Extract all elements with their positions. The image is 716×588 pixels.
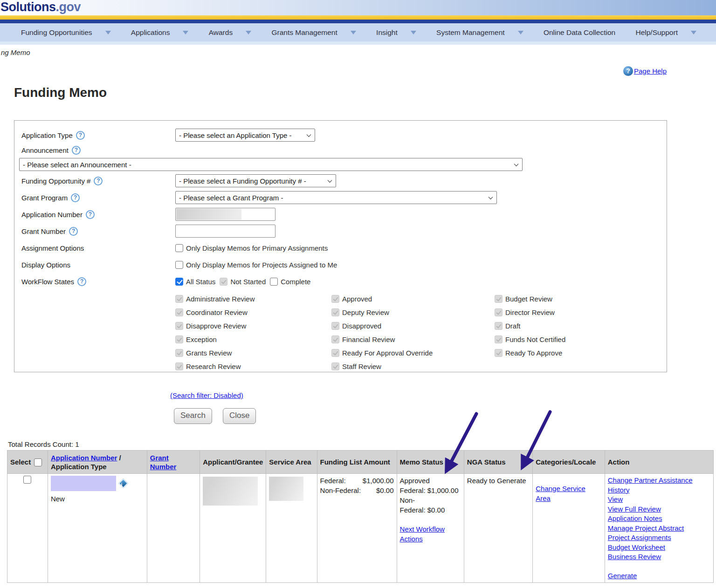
- application-number-label: Application Number ?: [21, 210, 175, 219]
- workflow-state-option: Grants Review: [175, 346, 255, 360]
- search-button[interactable]: Search: [174, 408, 212, 424]
- gold-stripe: [0, 15, 716, 20]
- funding-opportunity-select-wrap: - Please select a Funding Opportunity # …: [175, 174, 336, 187]
- redacted-applicant: [203, 477, 258, 506]
- nav-item-online-data-collection[interactable]: Online Data Collection: [544, 28, 615, 37]
- select-all-checkbox[interactable]: [34, 458, 42, 466]
- sort-application-number-link[interactable]: Application Number: [51, 454, 117, 462]
- navy-stripe: [0, 20, 716, 23]
- sort-grant-number-link[interactable]: Grant Number: [150, 454, 177, 471]
- change-service-area-link[interactable]: Change Service Area: [536, 484, 592, 503]
- help-icon[interactable]: ?: [94, 177, 103, 185]
- application-type-label: Application Type ?: [21, 131, 175, 140]
- help-icon[interactable]: ?: [72, 146, 81, 155]
- workflow-state-option: Director Review: [495, 306, 565, 319]
- primary-assignments-option: Only Display Memos for Primary Assignmen…: [175, 244, 328, 252]
- info-diamond-icon[interactable]: [118, 479, 128, 488]
- disabled-checked-checkbox: [175, 349, 183, 357]
- page-help[interactable]: ? Page Help: [623, 66, 667, 76]
- col-header-nga-status: NGA Status: [464, 451, 532, 474]
- nav-item-insight[interactable]: Insight: [376, 28, 416, 37]
- cell-funding-list-amount: Federal: $1,000.00 Non-Federal: $0.00: [317, 474, 397, 583]
- all-status-checkbox[interactable]: [175, 278, 183, 286]
- announcement-select-wrap: - Please select an Announcement -: [19, 158, 523, 171]
- change-partner-assistance-link[interactable]: Change Partner Assistance: [608, 476, 710, 485]
- workflow-states-row: WorkFlow States ? All Status Not Started…: [21, 273, 667, 290]
- row-select-checkbox[interactable]: [23, 476, 31, 484]
- nav-item-funding-opportunities[interactable]: Funding Opportunities: [21, 28, 111, 37]
- help-icon[interactable]: ?: [76, 131, 85, 140]
- chevron-down-icon: [246, 31, 251, 34]
- application-type-row: Application Type ? - Please select an Ap…: [21, 127, 667, 144]
- grant-program-row: Grant Program ? - Please select a Grant …: [21, 189, 667, 206]
- workflow-state-option: Exception: [175, 333, 255, 346]
- cell-applicant-grantee: [200, 474, 266, 583]
- nav-item-applications[interactable]: Applications: [131, 28, 189, 37]
- nav-item-system-management[interactable]: System Management: [436, 28, 523, 37]
- logo-suffix: .gov: [56, 0, 81, 14]
- cell-select: [7, 474, 48, 583]
- col-header-service-area: Service Area: [266, 451, 317, 474]
- announcement-label-row: Announcement ?: [21, 144, 667, 157]
- cell-memo-status: Approved Federal: $1,000.00 Non- Federal…: [397, 474, 464, 583]
- main-nav: Funding Opportunities Applications Award…: [0, 23, 716, 41]
- budget-worksheet-link[interactable]: Budget Worksheet: [608, 543, 710, 553]
- chevron-down-icon: [691, 31, 696, 34]
- col-header-funding-list-amount: Funding List Amount: [317, 451, 397, 474]
- workflow-state-option: Disapprove Review: [175, 319, 255, 333]
- close-button[interactable]: Close: [223, 408, 256, 424]
- application-type-select-wrap: - Please select an Application Type -: [175, 129, 315, 142]
- help-icon[interactable]: ?: [71, 193, 80, 202]
- primary-assignments-checkbox[interactable]: [175, 244, 183, 252]
- announcement-label: Announcement ?: [21, 146, 175, 155]
- workflow-col-2: Approved Deputy Review Disapproved Finan…: [331, 292, 433, 373]
- navbar-sub-strip: [0, 41, 716, 45]
- project-assignments-link[interactable]: Project Assignments: [608, 533, 710, 543]
- complete-checkbox[interactable]: [270, 278, 278, 286]
- funding-opportunity-row: Funding Opportunity # ? - Please select …: [21, 172, 667, 189]
- redacted-service-area: [269, 477, 303, 501]
- cell-categories-locale: Change Service Area: [533, 474, 605, 583]
- chevron-down-icon: [411, 31, 416, 34]
- assignment-options-label: Assignment Options: [21, 244, 175, 252]
- nav-item-awards[interactable]: Awards: [209, 28, 251, 37]
- cell-grant-number: [147, 474, 200, 583]
- workflow-state-option: Administrative Review: [175, 292, 255, 306]
- history-link[interactable]: History: [608, 485, 710, 495]
- logo-text: Solutions: [0, 0, 56, 14]
- disabled-checked-checkbox: [331, 362, 339, 370]
- redacted-application-number: [51, 476, 116, 491]
- display-options-label: Display Options: [21, 261, 175, 269]
- next-workflow-actions-link[interactable]: Next Workflow Actions: [400, 524, 452, 544]
- nav-item-help-support[interactable]: Help/Support: [635, 28, 696, 37]
- generate-link[interactable]: Generate: [608, 571, 710, 581]
- announcement-select[interactable]: - Please select an Announcement -: [19, 158, 523, 171]
- grant-program-select[interactable]: - Please select a Grant Program -: [175, 191, 497, 204]
- application-type-value: New: [51, 494, 144, 504]
- disabled-checked-checkbox: [495, 322, 503, 330]
- projects-assigned-checkbox[interactable]: [175, 261, 183, 269]
- view-link[interactable]: View: [608, 495, 710, 505]
- chevron-down-icon: [183, 31, 188, 34]
- business-review-link[interactable]: Business Review: [608, 552, 710, 562]
- nav-item-grants-management[interactable]: Grants Management: [271, 28, 356, 37]
- grant-number-input[interactable]: [175, 225, 275, 238]
- funding-opportunity-label: Funding Opportunity # ?: [21, 177, 175, 185]
- logo-band: Solutions.gov: [0, 0, 716, 15]
- nga-status-value: Ready to Generate: [467, 477, 526, 485]
- view-full-review-link[interactable]: View Full Review: [608, 505, 710, 514]
- search-filter-link[interactable]: (Search filter: Disabled): [170, 391, 243, 399]
- help-icon[interactable]: ?: [86, 210, 95, 219]
- chevron-down-icon: [351, 31, 356, 34]
- manage-project-abstract-link[interactable]: Manage Project Abstract: [608, 524, 710, 533]
- application-number-input[interactable]: [175, 208, 275, 221]
- col-header-applicant-grantee: Applicant/Grantee: [200, 451, 266, 474]
- disabled-checked-checkbox: [331, 308, 339, 316]
- page-help-link[interactable]: Page Help: [634, 67, 667, 75]
- funding-opportunity-select[interactable]: - Please select a Funding Opportunity # …: [175, 174, 336, 187]
- help-icon[interactable]: ?: [77, 277, 86, 286]
- workflow-col-3: Budget Review Director Review Draft Fund…: [495, 292, 565, 360]
- application-notes-link[interactable]: Application Notes: [608, 514, 710, 524]
- application-type-select[interactable]: - Please select an Application Type -: [175, 129, 315, 142]
- help-icon[interactable]: ?: [69, 227, 78, 236]
